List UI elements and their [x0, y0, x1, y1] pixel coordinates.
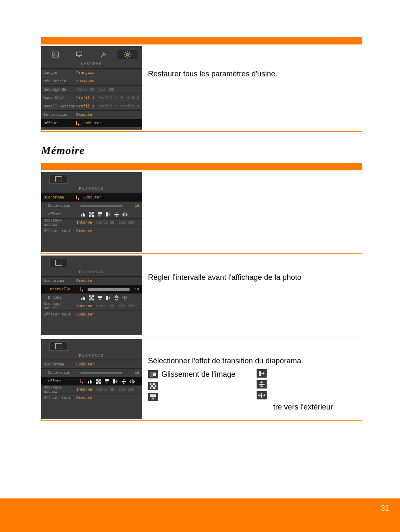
effect-slide-icon — [88, 379, 93, 384]
effect-slide-icon — [81, 295, 86, 300]
osd-row-intervalle: Intervalle 10 — [41, 285, 142, 293]
svg-rect-35 — [98, 296, 102, 298]
effect-checker-icon — [89, 212, 94, 217]
effect-wipedown-icon — [97, 212, 102, 217]
page-footer: 31 — [0, 498, 400, 532]
osd-playback-diaporama: PLAYBACK Diaporama Exécuter Intervalle 1… — [41, 172, 142, 252]
tab-gear-icon — [117, 50, 138, 59]
effect-wiperight-icon — [257, 369, 267, 378]
effect-splitv-icon — [114, 295, 119, 300]
tab-image-icon — [45, 50, 65, 59]
osd-row-effacer: Effacer tout Exécuter — [41, 227, 142, 235]
svg-rect-62 — [259, 371, 261, 376]
effect-wipedown-icon — [97, 295, 102, 300]
svg-rect-0 — [52, 52, 58, 57]
tab-display-icon — [69, 50, 89, 59]
svg-line-12 — [129, 52, 130, 53]
desc-effets: Sélectionner l'effet de transition du di… — [148, 356, 358, 366]
svg-rect-3 — [79, 56, 81, 57]
svg-rect-15 — [84, 214, 85, 216]
svg-rect-56 — [153, 383, 155, 385]
svg-rect-23 — [106, 212, 108, 216]
svg-point-4 — [126, 53, 128, 55]
osd-row-effacer: Effacer tout Exécuter — [41, 394, 142, 402]
interval-slider — [88, 288, 130, 291]
svg-rect-34 — [92, 299, 94, 300]
osd-row-resolution: Rés sortie 1024x768 — [41, 77, 142, 85]
svg-rect-61 — [150, 394, 156, 397]
effect-wiperight-icon — [106, 295, 111, 300]
osd-row-stockage: Stockage actuel InterneCarte SDClé USB — [41, 218, 142, 227]
desc-defaut: Restaurer tous les paramètres d'usine. — [148, 70, 278, 78]
osd-row-diaporama: Diaporama Exécuter — [41, 360, 142, 368]
osd-row-defaut: Défaut Exécuter — [41, 119, 142, 127]
enter-icon — [76, 196, 82, 199]
svg-rect-28 — [84, 297, 85, 300]
svg-rect-63 — [259, 384, 265, 385]
osd-playback-intervalle: PLAYBACK Diaporama Exécuter Intervalle 1… — [41, 256, 142, 335]
osd-row-sauvregl: Sauv.Régl. Profil 1Profil 2Profil 3 — [41, 94, 142, 102]
section-header-bar — [41, 37, 362, 44]
section-header-bar — [41, 163, 362, 170]
effect-checker-icon — [148, 382, 158, 390]
svg-rect-22 — [98, 212, 102, 214]
svg-rect-36 — [106, 296, 108, 300]
effect-splith-icon — [130, 379, 135, 384]
svg-rect-21 — [92, 215, 94, 217]
svg-rect-45 — [98, 381, 99, 382]
svg-rect-46 — [96, 382, 98, 384]
svg-rect-53 — [153, 373, 156, 376]
svg-rect-32 — [91, 297, 92, 299]
effect-trailing-text: tre vers l'extérieur — [273, 402, 333, 412]
svg-rect-2 — [77, 52, 82, 56]
svg-rect-52 — [150, 372, 153, 377]
svg-rect-57 — [151, 385, 153, 387]
tab-playback-icon — [49, 258, 68, 267]
svg-rect-59 — [150, 387, 151, 389]
effect-slide-label: Glissement de l'image — [161, 369, 236, 379]
osd-row-information: Information Exécuter — [41, 110, 142, 119]
svg-rect-14 — [83, 213, 84, 216]
effect-wiperight-icon — [113, 379, 118, 384]
svg-rect-55 — [150, 383, 151, 385]
svg-rect-40 — [90, 380, 91, 383]
svg-line-9 — [125, 52, 126, 53]
svg-rect-48 — [105, 379, 109, 381]
osd-row-diaporama: Diaporama Exécuter — [41, 276, 142, 285]
svg-rect-30 — [89, 295, 91, 297]
osd-row-diaporama: Diaporama Exécuter — [41, 193, 142, 201]
svg-rect-26 — [81, 298, 82, 300]
heading-memoire: Mémoire — [41, 144, 362, 157]
svg-rect-24 — [114, 214, 119, 215]
svg-rect-19 — [91, 214, 92, 215]
osd-row-langue: Langue Français — [41, 68, 142, 77]
osd-systeme-screenshot: SYSTÈME Langue Français Rés sortie 1024x… — [41, 46, 142, 130]
svg-rect-60 — [153, 387, 155, 389]
effect-slide-icon — [148, 370, 158, 378]
svg-rect-50 — [122, 381, 126, 382]
osd-row-stockage: Stockage actuel InterneCarte SDClé USB — [41, 302, 142, 310]
effect-checker-icon — [89, 295, 94, 300]
osd-row-recall: Recall Setting Profil 1Profil 2Profil 3 — [41, 102, 142, 110]
effect-slide-icon — [81, 212, 86, 217]
svg-rect-51 — [132, 379, 132, 383]
osd-row-sauvegarde: Sauvegarde Carte SDClé USB — [41, 85, 142, 94]
svg-rect-27 — [83, 297, 84, 300]
svg-rect-64 — [261, 393, 262, 398]
osd-playback-effets: PLAYBACK Diaporama Exécuter Intervalle 1… — [41, 339, 142, 419]
svg-rect-47 — [99, 382, 101, 384]
tab-playback-icon — [49, 175, 68, 184]
svg-rect-18 — [92, 212, 94, 214]
effect-splitv-icon — [257, 380, 267, 389]
svg-rect-44 — [99, 379, 101, 381]
svg-line-11 — [125, 56, 126, 57]
svg-line-10 — [129, 56, 130, 57]
svg-rect-31 — [92, 295, 94, 297]
svg-rect-33 — [89, 299, 91, 300]
tab-playback-icon — [49, 342, 68, 351]
svg-rect-39 — [88, 381, 89, 383]
svg-rect-49 — [113, 379, 115, 383]
osd-row-stockage: Stockage actuel InterneCarte SDClé USB — [41, 385, 142, 394]
effect-wipedown-icon — [148, 393, 158, 401]
svg-rect-43 — [96, 379, 98, 381]
